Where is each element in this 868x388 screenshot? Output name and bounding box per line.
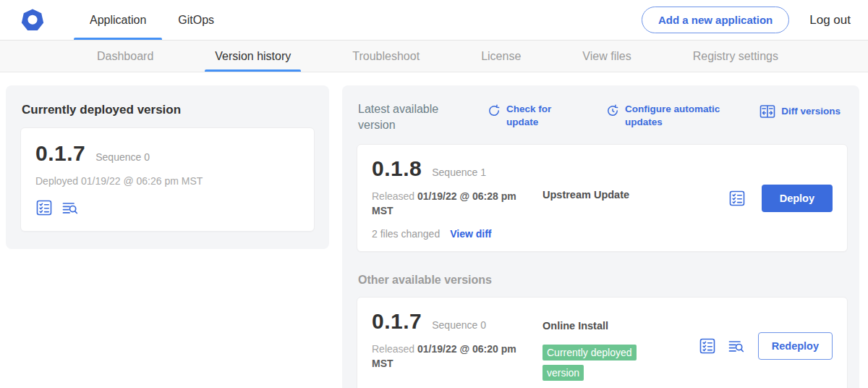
top-tabs: Application GitOps bbox=[74, 0, 230, 40]
currently-deployed-panel: Currently deployed version 0.1.7 Sequenc… bbox=[6, 85, 329, 249]
subnav-item-troubleshoot[interactable]: Troubleshoot bbox=[342, 41, 430, 72]
deployed-sequence-label: Sequence 0 bbox=[95, 151, 150, 163]
diff-icon bbox=[759, 103, 776, 120]
deployed-version-number: 0.1.7 bbox=[35, 141, 85, 166]
subnav-item-version-history[interactable]: Version history bbox=[205, 41, 301, 72]
preflight-checklist-icon[interactable] bbox=[728, 190, 746, 207]
preflight-checklist-icon[interactable] bbox=[35, 199, 53, 216]
view-logs-icon[interactable] bbox=[728, 337, 745, 355]
other-source-label: Online Install bbox=[542, 320, 608, 332]
diff-versions-link[interactable]: Diff versions bbox=[759, 103, 841, 120]
other-released-date: Released 01/19/22 @ 06:20 pm MST bbox=[372, 342, 529, 371]
check-for-update-link[interactable]: Check for update bbox=[487, 103, 579, 128]
other-available-versions-heading: Other available versions bbox=[358, 274, 848, 287]
refresh-icon bbox=[487, 104, 501, 118]
top-navbar: Application GitOps Add a new application… bbox=[0, 0, 868, 41]
latest-source-label: Upstream Update bbox=[542, 189, 629, 201]
files-changed-label: 2 files changed bbox=[372, 228, 440, 240]
diff-versions-label: Diff versions bbox=[781, 105, 841, 118]
view-diff-link[interactable]: View diff bbox=[450, 228, 491, 240]
other-sequence-label: Sequence 0 bbox=[432, 319, 486, 331]
kots-logo-icon bbox=[20, 8, 45, 33]
subnav-item-license[interactable]: License bbox=[471, 41, 531, 72]
currently-deployed-title: Currently deployed version bbox=[22, 103, 315, 117]
version-history-page: Currently deployed version 0.1.7 Sequenc… bbox=[0, 72, 868, 388]
deployed-version-card: 0.1.7 Sequence 0 Deployed 01/19/22 @ 06:… bbox=[20, 127, 315, 232]
subnav-item-dashboard[interactable]: Dashboard bbox=[87, 41, 163, 72]
latest-released-date: Released 01/19/22 @ 06:28 pm MST bbox=[372, 190, 529, 218]
deploy-button[interactable]: Deploy bbox=[762, 185, 833, 212]
subnav-item-view-files[interactable]: View files bbox=[572, 41, 641, 72]
latest-sequence-label: Sequence 1 bbox=[432, 166, 486, 178]
app-subnav: Dashboard Version history Troubleshoot L… bbox=[0, 41, 868, 72]
deployed-date: Deployed 01/19/22 @ 06:26 pm MST bbox=[35, 174, 299, 189]
latest-version-card: 0.1.8 Sequence 1 Released 01/19/22 @ 06:… bbox=[357, 144, 848, 252]
app-logo[interactable] bbox=[20, 0, 45, 40]
configure-automatic-updates-label: Configure automatic updates bbox=[625, 103, 743, 128]
topnav-right: Add a new application Log out bbox=[642, 0, 851, 40]
configure-automatic-updates-link[interactable]: Configure automatic updates bbox=[605, 103, 743, 128]
subnav-item-registry-settings[interactable]: Registry settings bbox=[683, 41, 788, 72]
logout-link[interactable]: Log out bbox=[809, 13, 851, 28]
currently-deployed-badge: Currently deployed version bbox=[542, 345, 637, 380]
available-versions-panel: Latest available version Check for updat… bbox=[342, 85, 859, 388]
available-versions-header: Latest available version Check for updat… bbox=[358, 101, 845, 132]
tab-application[interactable]: Application bbox=[74, 0, 162, 40]
preflight-checklist-icon[interactable] bbox=[699, 337, 716, 355]
other-version-card: 0.1.7 Sequence 0 Released 01/19/22 @ 06:… bbox=[357, 297, 848, 388]
check-for-update-label: Check for update bbox=[506, 103, 579, 128]
redeploy-button[interactable]: Redeploy bbox=[758, 332, 833, 360]
latest-available-title: Latest available version bbox=[358, 101, 468, 132]
tab-gitops[interactable]: GitOps bbox=[162, 0, 230, 40]
add-new-application-button[interactable]: Add a new application bbox=[642, 7, 789, 33]
other-version-number: 0.1.7 bbox=[372, 309, 422, 334]
schedule-update-icon bbox=[605, 104, 620, 118]
latest-version-number: 0.1.8 bbox=[372, 156, 422, 181]
view-logs-icon[interactable] bbox=[61, 199, 79, 216]
